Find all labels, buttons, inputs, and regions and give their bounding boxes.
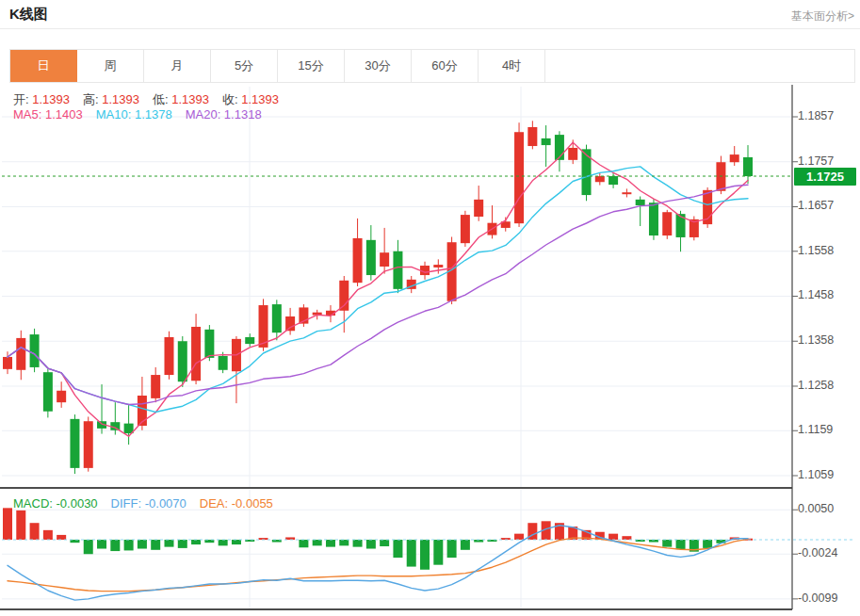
macd-bar — [339, 540, 349, 545]
candle-body — [3, 357, 12, 369]
macd-bar — [447, 540, 457, 558]
page-title: K线图 — [9, 6, 48, 24]
candle-body — [285, 316, 295, 331]
candle-body — [542, 138, 551, 145]
macd-bar — [380, 540, 389, 546]
price-axis-label: 1.1458 — [798, 288, 834, 301]
macd-bar — [191, 540, 201, 544]
candle-body — [164, 337, 173, 375]
price-axis-label: 1.1857 — [798, 109, 834, 122]
candle-body — [30, 334, 40, 367]
candle-body — [259, 305, 268, 348]
info-item: 低: 1.1393 — [153, 92, 209, 106]
price-axis-label: 1.1258 — [798, 379, 834, 392]
macd-bar — [407, 540, 416, 567]
price-axis-label: 1.1159 — [798, 423, 833, 436]
macd-bar — [110, 540, 120, 551]
macd-bar — [662, 540, 672, 547]
info-item: DIFF: -0.0070 — [111, 496, 187, 511]
macd-bar — [461, 540, 470, 550]
macd-bar — [151, 540, 160, 550]
candle-body — [191, 327, 201, 381]
candle-body — [366, 240, 376, 275]
macd-bar — [326, 540, 335, 547]
candle-body — [461, 215, 470, 243]
price-axis-label: 1.1757 — [798, 154, 834, 168]
info-item: 开: 1.1393 — [13, 92, 70, 106]
candle-body — [204, 330, 214, 358]
macd-bar — [420, 540, 430, 570]
candle-body — [178, 341, 187, 381]
current-price-badge: 1.1725 — [794, 168, 856, 186]
tab-日[interactable]: 日 — [10, 50, 77, 82]
info-item: 收: 1.1393 — [222, 92, 279, 106]
candle-body — [353, 238, 363, 283]
price-axis-label: 1.1358 — [798, 333, 834, 347]
info-item: 高: 1.1393 — [83, 92, 139, 106]
macd-bar — [622, 536, 631, 540]
macd-bar — [232, 540, 241, 544]
fundamental-analysis-link[interactable]: 基本面分析> — [791, 8, 854, 24]
price-axis-label: 0.0050 — [798, 502, 834, 515]
macd-bar — [57, 535, 66, 540]
info-item: MA10: 1.1378 — [96, 107, 172, 122]
tab-15分[interactable]: 15分 — [278, 50, 345, 82]
info-item: MACD: -0.0030 — [13, 496, 98, 511]
ohlc-info-row: 开: 1.1393高: 1.1393低: 1.1393收: 1.1393 — [13, 91, 292, 108]
info-item: MA5: 1.1403 — [13, 107, 83, 122]
candle-body — [555, 135, 564, 160]
macd-bar — [219, 540, 228, 545]
candle-body — [272, 304, 282, 332]
macd-bar — [124, 540, 134, 550]
macd-bar — [299, 540, 308, 547]
timeframe-tabbar: 日周月5分15分30分60分4时 — [9, 49, 855, 83]
ma-info-row: MA5: 1.1403MA10: 1.1378MA20: 1.1318 — [13, 107, 275, 122]
tab-60分[interactable]: 60分 — [412, 50, 479, 82]
candle-body — [16, 338, 25, 370]
macd-bar — [43, 530, 53, 540]
macd-bar — [138, 540, 147, 549]
tab-5分[interactable]: 5分 — [211, 50, 278, 82]
tab-30分[interactable]: 30分 — [345, 50, 412, 82]
info-item: DEA: -0.0055 — [200, 496, 273, 511]
candle-body — [84, 421, 93, 468]
candle-body — [151, 375, 160, 398]
macd-info-row: MACD: -0.0030DIFF: -0.0070DEA: -0.0055 — [13, 496, 286, 511]
macd-bar — [353, 540, 363, 547]
candle-body — [70, 419, 79, 468]
price-axis-label: 1.1059 — [798, 468, 834, 481]
info-item: MA20: 1.1318 — [186, 107, 262, 122]
candle-body — [649, 203, 658, 235]
candle-body — [608, 176, 618, 185]
candle-body — [393, 251, 402, 289]
macd-bar — [164, 540, 173, 547]
macd-bar — [3, 508, 12, 540]
diff-line — [8, 526, 748, 600]
price-axis-label: 1.1657 — [798, 199, 834, 212]
ma20-line — [8, 185, 748, 404]
candle-body — [433, 265, 443, 267]
candle-body — [514, 132, 524, 223]
macd-bar — [393, 540, 402, 558]
candle-body — [730, 154, 739, 162]
macd-bar — [514, 534, 524, 540]
candle-body — [662, 212, 672, 235]
tab-周[interactable]: 周 — [77, 50, 144, 82]
candle-body — [582, 149, 592, 195]
macd-bar — [703, 540, 712, 548]
macd-bar — [97, 540, 106, 549]
tab-月[interactable]: 月 — [144, 50, 211, 82]
candle-body — [380, 252, 389, 267]
macd-bar — [366, 540, 376, 549]
macd-bar — [313, 540, 322, 545]
candle-body — [245, 337, 254, 344]
macd-bar — [433, 540, 443, 565]
candle-body — [474, 200, 483, 217]
header: K线图 基本面分析> — [0, 0, 860, 29]
macd-bar — [16, 511, 25, 540]
candle-body — [43, 372, 53, 412]
macd-bar — [30, 523, 40, 540]
tab-4时[interactable]: 4时 — [479, 50, 545, 82]
candle-body — [527, 127, 537, 146]
ma5-line — [8, 142, 748, 436]
